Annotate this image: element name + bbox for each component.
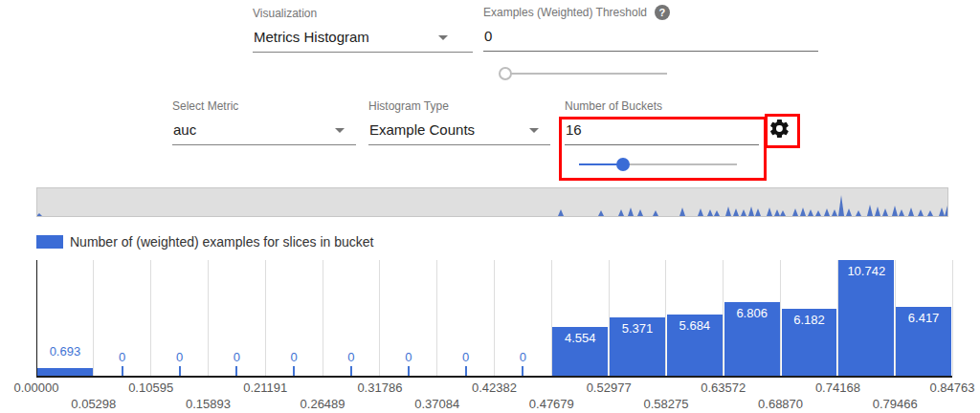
chevron-down-icon — [529, 128, 539, 133]
overview-spike — [899, 209, 904, 216]
visualization-label: Visualization — [253, 7, 473, 21]
overview-spike — [832, 209, 837, 216]
overview-spike — [856, 210, 861, 216]
help-icon[interactable]: ? — [655, 5, 670, 20]
histogram-type-select[interactable]: Example Counts — [368, 114, 550, 145]
bar-value-label: 4.554 — [551, 331, 609, 345]
metrics-histogram-view: Visualization Metrics Histogram Examples… — [0, 0, 980, 413]
bar-value-label: 6.182 — [781, 313, 838, 327]
histogram-type-label: Histogram Type — [368, 99, 550, 114]
overview-spike — [918, 209, 924, 216]
overview-spike — [733, 208, 739, 216]
bar-value-label: 0 — [94, 350, 151, 364]
chart-legend: Number of (weighted) examples for slices… — [36, 234, 373, 250]
visualization-select[interactable]: Metrics Histogram — [253, 21, 473, 53]
zero-bar-stem — [122, 366, 123, 376]
bar-value-label: 5.684 — [666, 318, 724, 333]
bar-value-label: 0 — [151, 350, 209, 364]
select-metric-label: Select Metric — [172, 99, 356, 114]
threshold-field: Examples (Weighted) Threshold ? 0 — [483, 5, 818, 52]
overview-spike — [37, 213, 42, 216]
zero-bar-stem — [408, 366, 410, 376]
x-tick-label: 0.15893 — [186, 397, 231, 411]
overview-spike — [846, 208, 852, 216]
settings-button[interactable] — [768, 118, 791, 140]
overview-spike — [598, 210, 604, 216]
legend-swatch — [36, 235, 63, 249]
overview-spike — [808, 209, 813, 216]
overview-spike — [939, 207, 945, 216]
overview-spike — [558, 209, 564, 216]
overview-spike — [755, 208, 761, 216]
overview-spike — [882, 208, 888, 216]
threshold-input[interactable]: 0 — [483, 20, 818, 52]
overview-spike — [908, 207, 914, 216]
overview-spike — [792, 208, 798, 216]
visualization-value: Metrics Histogram — [254, 29, 369, 45]
buckets-label: Number of Buckets — [565, 99, 759, 114]
histogram-bar[interactable] — [37, 368, 93, 376]
zero-bar-stem — [179, 366, 181, 376]
threshold-slider[interactable] — [501, 66, 667, 81]
bar-value-label: 6.417 — [895, 311, 952, 325]
chevron-down-icon — [335, 128, 345, 133]
buckets-slider[interactable] — [579, 157, 737, 172]
bar-value-label: 6.806 — [724, 306, 781, 320]
overview-spike — [679, 207, 685, 216]
x-tick-label: 0.63572 — [701, 380, 746, 395]
bar-value-label: 0 — [495, 350, 552, 364]
x-tick-label: 0.10595 — [128, 380, 173, 395]
overview-spike — [741, 209, 746, 216]
x-tick-label: 0.47679 — [529, 397, 574, 411]
overview-spike — [714, 210, 720, 216]
overview-spike — [628, 207, 634, 216]
bar-value-label: 0 — [323, 350, 380, 364]
x-tick-label: 0.52977 — [587, 380, 632, 395]
overview-spike — [780, 210, 786, 216]
overview-spike — [800, 207, 806, 216]
x-tick-label: 0.21191 — [243, 380, 287, 395]
overview-spike — [748, 206, 754, 216]
legend-label: Number of (weighted) examples for slices… — [70, 234, 373, 250]
bar-value-label: 0 — [437, 350, 495, 364]
x-tick-label: 0.31786 — [357, 380, 402, 395]
bar-value-label: 5.371 — [609, 321, 666, 336]
overview-spike — [927, 210, 933, 216]
x-tick-label: 0.74168 — [815, 380, 860, 395]
x-tick-label: 0.42382 — [472, 380, 517, 395]
zero-bar-stem — [465, 366, 467, 376]
select-metric-value: auc — [173, 121, 196, 138]
histogram-overview-strip[interactable] — [36, 187, 948, 217]
overview-spike — [725, 206, 731, 216]
x-tick-label: 0.26489 — [301, 397, 345, 411]
overview-spike — [867, 205, 873, 216]
overview-spike — [653, 210, 658, 216]
overview-spike — [945, 206, 947, 216]
overview-spike — [618, 209, 624, 216]
x-tick-label: 0.79466 — [873, 397, 918, 411]
select-metric-select[interactable]: auc — [172, 114, 356, 145]
buckets-input[interactable]: 16 — [565, 114, 759, 145]
overview-spike — [875, 206, 880, 216]
overview-spike — [815, 210, 821, 216]
overview-spikes — [37, 188, 947, 216]
zero-bar-stem — [235, 366, 237, 376]
overview-spike — [774, 209, 780, 216]
buckets-slider-handle[interactable] — [616, 158, 630, 171]
zero-bar-stem — [350, 366, 352, 376]
bar-value-label: 0 — [208, 350, 265, 364]
x-tick-label: 0.58275 — [643, 397, 688, 411]
overview-spike — [824, 208, 830, 216]
overview-spike — [707, 209, 713, 216]
histogram-plot[interactable]: 0.693000000004.5545.3715.6846.8066.18210… — [36, 260, 952, 378]
histogram-type-field: Histogram Type Example Counts — [368, 99, 550, 145]
threshold-slider-handle[interactable] — [499, 67, 512, 80]
threshold-label: Examples (Weighted) Threshold — [483, 6, 647, 20]
x-tick-label: 0.05298 — [71, 397, 116, 411]
visualization-field: Visualization Metrics Histogram — [253, 7, 473, 53]
gear-icon — [768, 118, 791, 140]
buckets-field: Number of Buckets 16 — [565, 99, 759, 145]
zero-bar-stem — [522, 366, 523, 376]
overview-spike — [767, 207, 772, 216]
histogram-type-value: Example Counts — [369, 121, 475, 138]
